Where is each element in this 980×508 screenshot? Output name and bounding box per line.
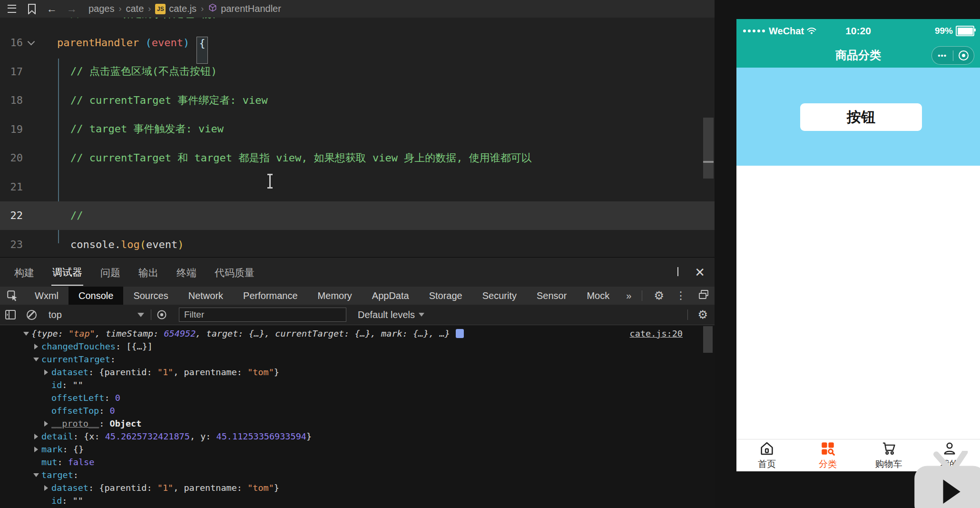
devtools-tab-wxml[interactable]: Wxml	[25, 287, 69, 305]
expand-arrow-icon[interactable]	[41, 421, 51, 427]
tabbar-item-home[interactable]: 首页	[736, 439, 797, 471]
line-number: 16	[0, 37, 23, 49]
gutter-cell[interactable]: 23	[0, 239, 57, 250]
expand-arrow-icon[interactable]	[41, 369, 51, 375]
devtools-settings-gear-icon[interactable]: ⚙	[654, 290, 664, 301]
console-output[interactable]: {type: "tap", timeStamp: 654952, target:…	[0, 325, 715, 508]
log-text: id: ""	[51, 380, 83, 390]
tabbar-item-category[interactable]: 分类	[797, 439, 858, 471]
devtools-tab-network[interactable]: Network	[178, 287, 233, 305]
frame-context-select[interactable]: top	[42, 309, 151, 320]
panel-tab-问题[interactable]: 问题	[99, 259, 121, 285]
exit-miniprogram-icon[interactable]	[953, 50, 974, 60]
text-cursor-pointer	[269, 175, 271, 188]
bookmark-icon[interactable]	[24, 2, 40, 16]
menu-icon[interactable]	[4, 2, 20, 16]
fold-chevron-icon[interactable]	[23, 41, 39, 44]
forward-icon[interactable]: →	[64, 2, 80, 16]
eye-icon[interactable]	[151, 305, 172, 325]
code-line[interactable]: 21	[0, 172, 715, 201]
devtools-tab-sources[interactable]: Sources	[123, 287, 178, 305]
more-tabs-icon[interactable]: »	[619, 287, 638, 305]
tabbar-item-cart[interactable]: 购物车	[858, 439, 919, 471]
panel-tab-输出[interactable]: 输出	[137, 259, 159, 285]
panel-tab-构建[interactable]: 构建	[13, 259, 35, 285]
expand-arrow-icon[interactable]	[31, 473, 41, 477]
code-line[interactable]: 19// target 事件触发者: view	[0, 115, 715, 144]
close-panel-icon[interactable]: ✕	[695, 266, 705, 279]
dock-side-icon[interactable]	[697, 289, 710, 302]
devtools-tab-performance[interactable]: Performance	[233, 287, 308, 305]
expand-arrow-icon[interactable]	[31, 358, 41, 361]
line-number: 21	[0, 181, 23, 193]
panel-tab-bar: 构建调试器问题输出终端代码质量 ✕	[0, 258, 715, 287]
editor-scrollbar[interactable]	[703, 18, 714, 257]
log-text: mut: false	[41, 457, 94, 467]
devtools-tab-security[interactable]: Security	[472, 287, 527, 305]
more-menu-icon[interactable]: •••	[932, 51, 953, 60]
panel-tab-终端[interactable]: 终端	[176, 259, 197, 285]
console-log-row: {type: "tap", timeStamp: 654952, target:…	[0, 327, 715, 340]
gutter-cell[interactable]: 19	[0, 123, 57, 135]
panel-tab-调试器[interactable]: 调试器	[51, 259, 83, 286]
gutter-cell[interactable]: 18	[0, 94, 57, 106]
code-line[interactable]: 23console.log(event)	[0, 230, 715, 257]
code-editor[interactable]: // view 绑定的事件处理函数16parentHandler (event)…	[0, 18, 715, 257]
devtools-tab-mock[interactable]: Mock	[577, 287, 619, 305]
devtools-tab-storage[interactable]: Storage	[419, 287, 472, 305]
breadcrumb-item-pages[interactable]: pages	[88, 3, 115, 14]
tabbar-label: 分类	[819, 458, 837, 470]
code-line[interactable]: 17// 点击蓝色区域(不点击按钮)	[0, 57, 715, 86]
code-line[interactable]: 20// currentTarget 和 target 都是指 view, 如果…	[0, 144, 715, 173]
console-settings-gear-icon[interactable]: ⚙	[697, 309, 708, 320]
back-icon[interactable]: ←	[44, 2, 60, 16]
code-text: console.log(event)	[57, 239, 184, 250]
code-text: // view 绑定的事件处理函数	[57, 18, 215, 21]
console-sidebar-toggle-icon[interactable]	[0, 305, 21, 325]
expand-arrow-icon[interactable]	[41, 485, 51, 491]
console-log-row: id: ""	[0, 494, 715, 507]
code-line[interactable]: 18// currentTarget 事件绑定者: view	[0, 86, 715, 115]
gutter-cell[interactable]: 16	[0, 37, 57, 49]
log-text: detail: {x: 45.2625732421875, y: 45.1125…	[41, 431, 312, 441]
console-log-row: target:	[0, 468, 715, 481]
code-line[interactable]: 16parentHandler (event) {	[0, 29, 715, 58]
breadcrumb-label: pages	[88, 3, 115, 14]
source-link[interactable]: cate.js:20	[630, 329, 683, 339]
devtools-tab-console[interactable]: Console	[69, 287, 123, 305]
expand-arrow-icon[interactable]	[21, 332, 31, 336]
expand-arrow-icon[interactable]	[31, 344, 41, 349]
gutter-cell[interactable]: 21	[0, 181, 57, 193]
breadcrumb-item-parentHandler[interactable]: parentHandler	[208, 3, 281, 15]
breadcrumb-separator-icon: ›	[148, 4, 151, 14]
gutter-cell[interactable]: 17	[0, 66, 57, 78]
breadcrumb-item-catejs[interactable]: JScate.js	[155, 3, 196, 14]
log-levels-select[interactable]: Default levels	[358, 309, 424, 320]
dropdown-caret-icon	[137, 313, 144, 317]
code-line[interactable]: // view 绑定的事件处理函数	[0, 18, 715, 29]
phone-nav-bar: 商品分类 •••	[736, 43, 980, 68]
breadcrumb-item-cate[interactable]: cate	[126, 3, 144, 14]
editor-scrollbar-thumb[interactable]	[703, 118, 714, 179]
devtools-tab-memory[interactable]: Memory	[308, 287, 362, 305]
gutter-cell[interactable]: 20	[0, 152, 57, 164]
gutter-cell[interactable]: 22	[0, 209, 57, 221]
devtools-tab-sensor[interactable]: Sensor	[527, 287, 577, 305]
filter-input[interactable]	[179, 308, 346, 322]
expand-arrow-icon[interactable]	[31, 447, 41, 452]
blue-view-region[interactable]: 按钮	[736, 68, 980, 166]
code-line[interactable]: 22//	[0, 201, 715, 230]
devtools-menu-kebab-icon[interactable]: ⋮	[676, 290, 686, 301]
tap-button[interactable]: 按钮	[800, 103, 922, 131]
log-text: target:	[41, 470, 78, 480]
clear-console-icon[interactable]	[21, 305, 42, 325]
devtools-tab-appdata[interactable]: AppData	[362, 287, 419, 305]
console-log-row: currentTarget:	[0, 353, 715, 366]
tabbar-label: 首页	[758, 458, 776, 470]
panel-tab-代码质量[interactable]: 代码质量	[214, 259, 255, 285]
expand-arrow-icon[interactable]	[31, 434, 41, 439]
inspect-element-icon[interactable]	[0, 287, 25, 305]
collapse-panel-icon[interactable]	[677, 268, 678, 277]
page-title: 商品分类	[835, 48, 881, 63]
log-text: dataset: {parentid: "1", parentname: "to…	[51, 367, 279, 377]
